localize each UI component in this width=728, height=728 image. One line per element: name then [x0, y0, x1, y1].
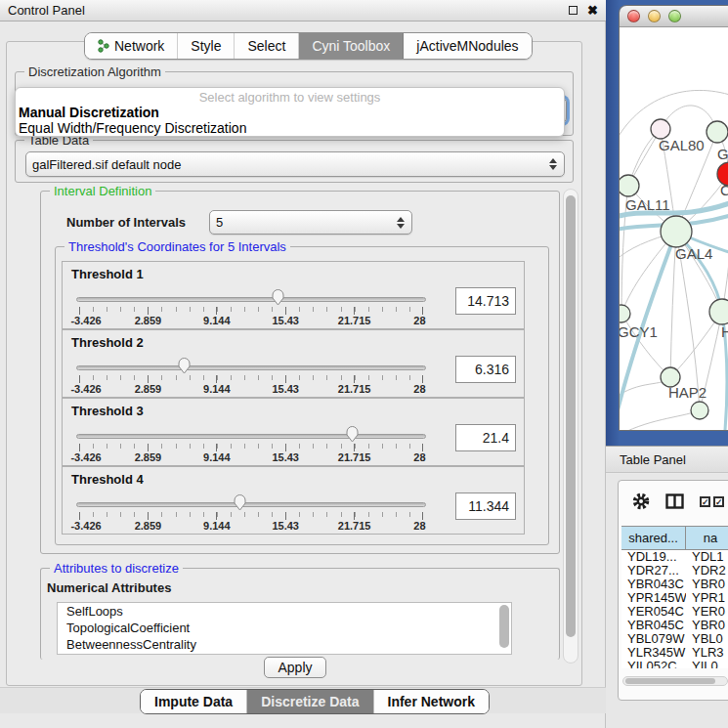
threshold-4-slider[interactable]: -3.4262.8599.14415.4321.71528: [76, 498, 426, 528]
scrollbar-thumb[interactable]: [625, 678, 715, 684]
checkbox-checked-icon[interactable]: ✓: [700, 496, 710, 507]
table-row[interactable]: YBR045CYBR0: [621, 619, 728, 632]
tab-label: jActiveMNodules: [416, 38, 518, 54]
dropdown-option-equal-width[interactable]: Equal Width/Frequency Discretization: [16, 120, 564, 136]
network-window-titlebar[interactable]: [620, 6, 728, 27]
network-window[interactable]: GAL80 GA C GAL11 GAL4 GCY1 H HAP2: [619, 5, 728, 431]
threshold-label: Threshold 2: [71, 335, 144, 350]
gear-icon[interactable]: [632, 492, 650, 510]
threshold-2-value[interactable]: 6.316: [455, 356, 516, 383]
threshold-3-value[interactable]: 21.4: [455, 424, 516, 451]
slider-tick-labels: -3.4262.8599.14415.4321.71528: [79, 520, 423, 532]
tab-style[interactable]: Style: [178, 33, 235, 59]
list-scrollbar[interactable]: [499, 605, 509, 648]
tab-label: Network: [114, 38, 164, 54]
group-title: Interval Definition: [50, 184, 155, 198]
dropdown-option-manual[interactable]: Manual Discretization: [16, 105, 564, 120]
node-label-hap2: HAP2: [668, 384, 707, 401]
node-bottom[interactable]: [691, 402, 708, 419]
attributes-group: Attributes to discretize Numerical Attri…: [40, 568, 560, 660]
column-header-name[interactable]: na: [686, 527, 728, 549]
table-row[interactable]: YBL079WYBL0: [621, 632, 728, 646]
tab-discretize-data[interactable]: Discretize Data: [247, 690, 373, 713]
panel-title: Control Panel: [8, 3, 85, 18]
table-row[interactable]: YDR27...YDR2: [621, 564, 728, 578]
list-item[interactable]: SelfLoops: [58, 603, 511, 620]
tab-label: Style: [191, 38, 221, 54]
table-panel-header: Table Panel: [606, 446, 728, 473]
slider-tick-labels: -3.4262.8599.14415.4321.71528: [79, 315, 423, 326]
slider-track[interactable]: [76, 434, 426, 439]
slider-track[interactable]: [76, 502, 426, 507]
table-panel-title: Table Panel: [620, 452, 686, 467]
threshold-3-slider[interactable]: -3.4262.8599.14415.4321.71528: [76, 430, 426, 459]
node-label-gal4: GAL4: [675, 245, 712, 262]
node-table-card: ✓ ✓ shared... na YDL19...YDL1 YDR27...YD…: [618, 480, 728, 701]
zoom-traffic-light[interactable]: [668, 10, 681, 22]
close-traffic-light[interactable]: [627, 10, 640, 22]
group-title: Attributes to discretize: [50, 561, 183, 576]
panel-scrollbar-thumb[interactable]: [566, 195, 576, 637]
threshold-1-value[interactable]: 14.713: [455, 287, 516, 315]
slider-thumb[interactable]: [177, 357, 192, 375]
node-h[interactable]: [709, 299, 728, 324]
num-intervals-combobox[interactable]: 5: [209, 210, 412, 235]
slider-major-ticks: [79, 512, 423, 520]
slider-track[interactable]: [76, 297, 426, 302]
close-icon[interactable]: ✖: [587, 4, 598, 17]
tab-select[interactable]: Select: [235, 33, 299, 59]
minimize-traffic-light[interactable]: [648, 10, 661, 22]
tab-impute-data[interactable]: Impute Data: [141, 690, 247, 713]
stepper-icon: [547, 156, 558, 172]
tab-label: Cyni Toolbox: [312, 38, 390, 54]
node-gcy1[interactable]: [620, 305, 630, 322]
interval-definition-group: Interval Definition Number of Intervals …: [40, 191, 560, 554]
network-canvas[interactable]: GAL80 GA C GAL11 GAL4 GCY1 H HAP2: [620, 27, 728, 431]
table-row[interactable]: YDL19...YDL1: [621, 550, 728, 564]
slider-thumb[interactable]: [271, 288, 285, 307]
apply-button[interactable]: Apply: [264, 657, 326, 678]
node-gal11[interactable]: [620, 175, 639, 196]
node-label-ga: GA: [717, 146, 728, 162]
threshold-2-slider[interactable]: -3.4262.8599.14415.4321.71528: [76, 362, 426, 391]
slider-track[interactable]: [76, 365, 426, 370]
table-horizontal-scrollbar[interactable]: [622, 676, 728, 686]
tab-jactivemnodules[interactable]: jActiveMNodules: [404, 33, 531, 59]
threshold-4-value[interactable]: 11.344: [455, 492, 516, 520]
table-data-group: Table Data galFiltered.sif default node: [15, 140, 574, 183]
slider-major-ticks: [79, 375, 423, 383]
node-gal4[interactable]: [661, 216, 692, 247]
table-header-row: shared... na: [621, 526, 728, 550]
node-gal80[interactable]: [651, 119, 670, 139]
threshold-1-slider[interactable]: -3.4262.8599.14415.4321.71528: [76, 293, 426, 322]
table-row[interactable]: YER054CYER0: [621, 605, 728, 619]
attributes-list[interactable]: SelfLoops TopologicalCoefficient Between…: [57, 602, 512, 655]
group-title: Threshold's Coordinates for 5 Intervals: [64, 239, 290, 254]
table-row[interactable]: YBR043CYBR0: [621, 578, 728, 591]
table-row[interactable]: YLR345WYLR3: [621, 646, 728, 660]
panel-scrollbar[interactable]: [563, 189, 578, 664]
tab-network[interactable]: Network: [85, 33, 178, 59]
tab-infer-network[interactable]: Infer Network: [374, 690, 489, 713]
float-window-icon[interactable]: [569, 6, 578, 15]
tab-cyni-toolbox[interactable]: Cyni Toolbox: [299, 33, 404, 59]
list-item[interactable]: TopologicalCoefficient: [58, 620, 511, 636]
list-item[interactable]: BetweennessCentrality: [58, 636, 511, 653]
split-columns-icon[interactable]: [665, 493, 684, 509]
column-header-shared-name[interactable]: shared...: [621, 527, 686, 549]
stepper-icon: [395, 215, 406, 231]
threshold-4-panel: Threshold 4 -3.4262.8599.14415.4321.7152…: [62, 466, 525, 535]
node-top-right[interactable]: [707, 121, 728, 143]
table-row[interactable]: YPR145WYPR1: [621, 591, 728, 605]
network-view-frame: GAL80 GA C GAL11 GAL4 GCY1 H HAP2: [606, 0, 728, 446]
checkbox-checked-icon[interactable]: ✓: [713, 496, 724, 507]
table-toolbar: ✓ ✓: [619, 481, 728, 522]
tab-label: Select: [247, 38, 285, 54]
slider-thumb[interactable]: [345, 425, 360, 444]
table-data-combobox[interactable]: galFiltered.sif default node: [25, 151, 565, 177]
numerical-attributes-label: Numerical Attributes: [47, 580, 171, 595]
control-panel: Control Panel ✖ Network Style Select Cyn…: [0, 0, 606, 728]
cyni-toolbox-panel: Discretization Algorithm Select algorith…: [6, 41, 582, 686]
slider-thumb[interactable]: [233, 493, 247, 512]
table-row[interactable]: YIL052CYIL0: [621, 660, 728, 668]
